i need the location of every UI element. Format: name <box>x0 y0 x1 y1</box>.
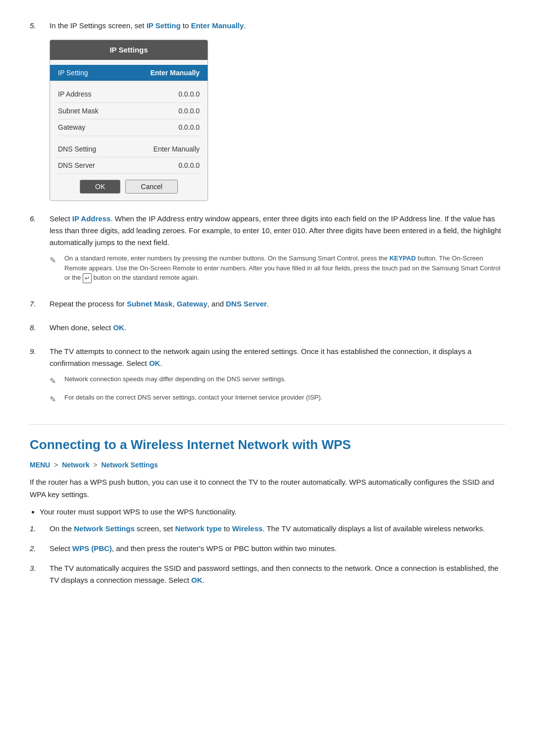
wireless-link[interactable]: Wireless <box>232 524 263 533</box>
dns-server-link[interactable]: DNS Server <box>226 300 267 308</box>
ok-link-wps[interactable]: OK <box>191 576 203 584</box>
gateway-value: 0.0.0.0 <box>178 122 200 133</box>
pencil-icon-1: ✎ <box>50 254 59 267</box>
dialog-wrapper: IP Settings IP Setting Enter Manually IP… <box>50 40 505 201</box>
wps-step-2: 2. Select WPS (PBC), and then press the … <box>30 543 505 554</box>
step-number-8: 8. <box>30 322 44 334</box>
wps-step-number-1: 1. <box>30 523 44 535</box>
step-6-content: Select IP Address. When the IP Address e… <box>50 213 505 286</box>
dialog-row-gateway[interactable]: Gateway 0.0.0.0 <box>58 119 200 136</box>
enter-manually-link[interactable]: Enter Manually <box>191 21 244 30</box>
dialog-row-dns-server[interactable]: DNS Server 0.0.0.0 <box>58 157 200 174</box>
wps-step-number-3: 3. <box>30 562 44 574</box>
ip-settings-dialog: IP Settings IP Setting Enter Manually IP… <box>50 40 208 201</box>
wps-pbc-link[interactable]: WPS (PBC) <box>72 544 112 553</box>
step-5-content: In the IP Settings screen, set IP Settin… <box>50 20 505 32</box>
step-5-text: In the IP Settings screen, set <box>50 21 147 30</box>
step-9-note1-text: Network connection speeds may differ dep… <box>64 374 505 384</box>
gateway-link[interactable]: Gateway <box>177 300 208 308</box>
step-number-5: 5. <box>30 20 44 32</box>
subnet-mask-value: 0.0.0.0 <box>178 105 200 116</box>
ok-link-step8[interactable]: OK <box>113 323 124 332</box>
wps-step-3-text2: . <box>202 576 204 584</box>
step-8-text2: . <box>124 323 126 332</box>
step-6-text1: Select <box>50 214 72 223</box>
step-7-text1: Repeat the process for <box>50 300 127 308</box>
step-8-content: When done, select OK. <box>50 322 505 334</box>
dialog-row-subnet-mask[interactable]: Subnet Mask 0.0.0.0 <box>58 103 200 119</box>
step-6: 6. Select IP Address. When the IP Addres… <box>30 213 505 286</box>
dns-setting-value: Enter Manually <box>154 144 200 154</box>
wps-bullet-item: Your router must support WPS to use the … <box>40 506 505 518</box>
wps-step-number-2: 2. <box>30 543 44 554</box>
dialog-row-dns-setting[interactable]: DNS Setting Enter Manually <box>58 141 200 157</box>
step-6-text2: . When the IP Address entry window appea… <box>50 214 501 247</box>
wps-step-3-text1: The TV automatically acquires the SSID a… <box>50 564 498 584</box>
step-number-7: 7. <box>30 298 44 310</box>
step-7: 7. Repeat the process for Subnet Mask, G… <box>30 298 505 310</box>
wps-section: Connecting to a Wireless Internet Networ… <box>30 437 505 586</box>
step-6-note-text: On a standard remote, enter numbers by p… <box>64 253 505 283</box>
ip-address-label: IP Address <box>58 89 91 100</box>
subnet-mask-link[interactable]: Subnet Mask <box>127 300 173 308</box>
step-number-6: 6. <box>30 213 44 225</box>
ok-link-step9[interactable]: OK <box>149 359 160 367</box>
step-9-note2-text: For details on the correct DNS server se… <box>64 393 505 403</box>
dialog-buttons: OK Cancel <box>58 180 200 194</box>
gateway-label: Gateway <box>58 122 85 133</box>
return-icon: ↵ <box>83 273 92 283</box>
step-5: 5. In the IP Settings screen, set IP Set… <box>30 20 505 32</box>
wps-step-1-text2: screen, set <box>135 524 175 533</box>
step-9-text2: . <box>160 359 162 367</box>
step-7-content: Repeat the process for Subnet Mask, Gate… <box>50 298 505 310</box>
wps-step-2-text2: , and then press the router's WPS or PBC… <box>112 544 337 553</box>
pencil-icon-2: ✎ <box>50 375 59 388</box>
wps-step-1-content: On the Network Settings screen, set Netw… <box>50 523 505 535</box>
wps-step-2-content: Select WPS (PBC), and then press the rou… <box>50 543 505 554</box>
breadcrumb: MENU > Network > Network Settings <box>30 459 505 470</box>
step-number-9: 9. <box>30 346 44 357</box>
wps-step-1: 1. On the Network Settings screen, set N… <box>30 523 505 535</box>
dns-server-label: DNS Server <box>58 160 95 171</box>
pencil-icon-3: ✎ <box>50 393 59 406</box>
ok-button[interactable]: OK <box>80 180 120 194</box>
dns-server-value: 0.0.0.0 <box>178 160 200 171</box>
dialog-row-ip-address[interactable]: IP Address 0.0.0.0 <box>58 86 200 102</box>
wps-step-1-text4: . The TV automatically displays a list o… <box>263 524 485 533</box>
wps-heading: Connecting to a Wireless Internet Networ… <box>30 437 505 454</box>
wps-step-1-text3: to <box>222 524 232 533</box>
wps-step-2-text1: Select <box>50 544 72 553</box>
step-7-sep2: , and <box>208 300 226 308</box>
ip-setting-link[interactable]: IP Setting <box>147 21 181 30</box>
step-9-note1: ✎ Network connection speeds may differ d… <box>50 374 505 388</box>
wps-step-3: 3. The TV automatically acquires the SSI… <box>30 562 505 586</box>
step-7-text2: . <box>267 300 269 308</box>
step-8-text1: When done, select <box>50 323 113 332</box>
dns-setting-label: DNS Setting <box>58 144 96 154</box>
wps-step-1-text1: On the <box>50 524 74 533</box>
ip-address-value: 0.0.0.0 <box>178 89 200 100</box>
breadcrumb-sep2: > <box>91 461 99 469</box>
dialog-body: IP Setting Enter Manually IP Address 0.0… <box>50 60 208 201</box>
dialog-title: IP Settings <box>50 40 208 60</box>
section-divider <box>30 424 505 425</box>
ip-address-link[interactable]: IP Address <box>72 214 111 223</box>
wps-bullet-list: Your router must support WPS to use the … <box>40 506 505 518</box>
network-type-link[interactable]: Network type <box>175 524 221 533</box>
step-8: 8. When done, select OK. <box>30 322 505 334</box>
step-9: 9. The TV attempts to connect to the net… <box>30 346 505 408</box>
ip-setting-label: IP Setting <box>58 67 88 78</box>
network-settings-link[interactable]: Network Settings <box>74 524 135 533</box>
breadcrumb-sep1: > <box>52 461 60 469</box>
subnet-mask-label: Subnet Mask <box>58 105 99 116</box>
breadcrumb-network[interactable]: Network <box>62 461 89 469</box>
breadcrumb-menu[interactable]: MENU <box>30 461 50 469</box>
cancel-button[interactable]: Cancel <box>125 180 178 194</box>
dialog-row-ip-setting[interactable]: IP Setting Enter Manually <box>50 65 208 81</box>
keypad-highlight: KEYPAD <box>389 254 416 262</box>
step-6-note: ✎ On a standard remote, enter numbers by… <box>50 253 505 283</box>
breadcrumb-network-settings[interactable]: Network Settings <box>101 461 158 469</box>
step-9-content: The TV attempts to connect to the networ… <box>50 346 505 408</box>
step-9-text1: The TV attempts to connect to the networ… <box>50 347 472 367</box>
ip-setting-value: Enter Manually <box>150 67 200 78</box>
